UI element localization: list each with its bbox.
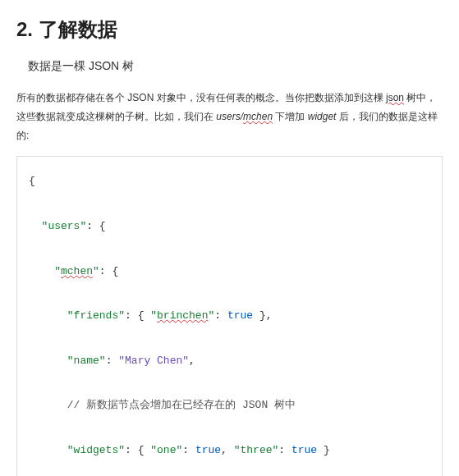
code-line bbox=[29, 282, 430, 304]
json-bool: true bbox=[195, 444, 221, 456]
json-punct: : { bbox=[125, 309, 150, 322]
code-line bbox=[29, 461, 430, 476]
json-punct: , bbox=[221, 444, 234, 456]
json-bool: true bbox=[227, 309, 253, 322]
json-key: "name" bbox=[29, 355, 106, 367]
json-punct: : bbox=[106, 355, 119, 367]
path-users: users/ bbox=[216, 111, 243, 122]
json-punct: : { bbox=[99, 265, 118, 277]
json-punct: : bbox=[214, 309, 227, 322]
code-line bbox=[29, 417, 430, 439]
json-punct: : bbox=[182, 444, 195, 456]
json-string: "Mary Chen" bbox=[118, 355, 189, 367]
json-key: "friends" bbox=[29, 309, 125, 322]
json-punct: : { bbox=[125, 444, 150, 456]
subheading-text: 数据是一棵 bbox=[28, 59, 89, 72]
json-punct: } bbox=[317, 444, 330, 456]
code-line: "users": { bbox=[29, 215, 430, 237]
json-key: "widgets" bbox=[29, 444, 125, 456]
section-subheading: 数据是一棵 JSON 树 bbox=[28, 59, 443, 74]
json-punct: }, bbox=[253, 309, 272, 322]
json-key: " bbox=[29, 265, 61, 277]
json-punct: : { bbox=[86, 220, 105, 232]
json-key-wavy: mchen bbox=[61, 265, 93, 277]
intro-paragraph: 所有的数据都存储在各个 JSON 对象中，没有任何表的概念。当你把数据添加到这棵… bbox=[16, 89, 443, 144]
json-key: " bbox=[93, 265, 99, 277]
json-key-wavy: brinchen bbox=[157, 309, 208, 322]
subheading-text-post: 树 bbox=[119, 59, 134, 72]
path-widget: widget bbox=[308, 111, 337, 122]
path-mchen: mchen bbox=[243, 111, 273, 122]
code-block: { "users": { "mchen": { "friends": { "br… bbox=[16, 156, 443, 476]
code-line: "friends": { "brinchen": true }, bbox=[29, 304, 430, 327]
json-key: "three" bbox=[234, 444, 279, 456]
para-text: 对象中，没有任何表的概念。当你把数据添加到这棵 bbox=[154, 92, 386, 103]
code-line bbox=[29, 372, 430, 394]
section-heading: 2. 了解数据 bbox=[16, 16, 443, 43]
code-line bbox=[29, 193, 430, 215]
json-key: "users" bbox=[29, 220, 86, 232]
para-json-wavy: json bbox=[386, 92, 404, 103]
json-key: " bbox=[150, 309, 157, 322]
para-json: JSON bbox=[127, 92, 154, 103]
code-line bbox=[29, 237, 430, 259]
json-bool: true bbox=[291, 444, 317, 456]
para-text: 下增加 bbox=[273, 111, 308, 122]
code-comment: // 新数据节点会增加在已经存在的 JSON 树中 bbox=[29, 394, 430, 416]
json-punct: , bbox=[189, 355, 195, 367]
json-punct: : bbox=[278, 444, 291, 456]
para-text: 所有的数据都存储在各个 bbox=[16, 92, 127, 103]
code-line: { bbox=[29, 170, 430, 192]
code-line: "mchen": { bbox=[29, 260, 430, 282]
json-key: "one" bbox=[150, 444, 182, 456]
code-line: "name": "Mary Chen", bbox=[29, 350, 430, 372]
code-line bbox=[29, 327, 430, 349]
code-line: "widgets": { "one": true, "three": true … bbox=[29, 439, 430, 461]
subheading-json: JSON bbox=[89, 59, 119, 72]
